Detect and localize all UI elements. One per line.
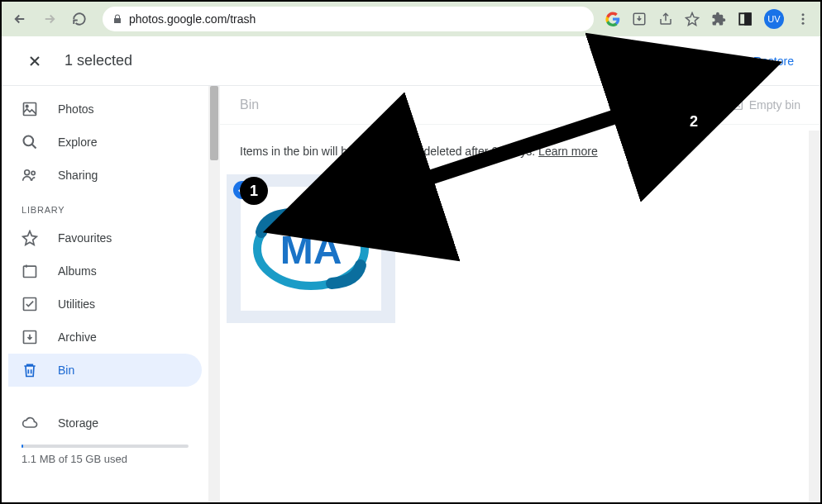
empty-bin-label: Empty bin — [749, 98, 800, 112]
share-icon[interactable] — [658, 12, 673, 26]
bin-header: Bin Empty bin — [220, 86, 820, 125]
utilities-icon — [22, 296, 38, 312]
page-title: Bin — [240, 97, 259, 112]
svg-text:MA: MA — [280, 228, 342, 272]
sidebar-item-label: Utilities — [58, 297, 95, 311]
chrome-actions: UV — [605, 9, 814, 29]
main-scrollbar[interactable] — [809, 131, 820, 502]
library-header: LIBRARY — [8, 192, 202, 221]
selected-check-icon[interactable] — [233, 181, 251, 199]
svg-point-10 — [31, 171, 35, 174]
sidebar-item-label: Albums — [58, 264, 97, 278]
main-content: Bin Empty bin Items in the bin will be p… — [220, 86, 820, 502]
sidebar-item-favourites[interactable]: Favourites — [8, 221, 202, 254]
browser-toolbar: photos.google.com/trash UV — [2, 2, 820, 36]
address-bar[interactable]: photos.google.com/trash — [103, 7, 594, 31]
kebab-icon[interactable] — [796, 12, 810, 26]
selection-toolbar: 1 selected Delete permanently Restore — [2, 36, 820, 86]
url-text: photos.google.com/trash — [129, 12, 584, 26]
selection-count: 1 selected — [65, 52, 132, 69]
back-button[interactable] — [8, 7, 31, 31]
sidebar-item-bin[interactable]: Bin — [8, 354, 202, 387]
svg-rect-11 — [24, 266, 36, 277]
lock-icon — [112, 14, 122, 24]
sidebar-item-label: Archive — [58, 330, 97, 344]
people-icon — [22, 167, 38, 183]
storage-usage: 1.1 MB of 15 GB used — [8, 451, 202, 467]
sidebar-item-sharing[interactable]: Sharing — [8, 159, 202, 192]
search-icon — [22, 134, 38, 150]
sidebar-item-photos[interactable]: Photos — [8, 93, 202, 126]
install-icon[interactable] — [632, 12, 647, 26]
reload-button[interactable] — [68, 7, 91, 31]
sidebar-item-label: Storage — [58, 416, 98, 430]
retention-notice: Items in the bin will be permanently del… — [220, 125, 820, 168]
restore-button[interactable]: Restore — [743, 48, 804, 74]
empty-bin-icon — [731, 98, 744, 112]
svg-rect-6 — [24, 103, 36, 116]
sidebar-item-label: Explore — [58, 136, 97, 149]
svg-point-3 — [802, 13, 805, 16]
sidebar-item-albums[interactable]: Albums — [8, 254, 202, 288]
sidebar-item-storage[interactable]: Storage — [8, 407, 202, 440]
cloud-icon — [22, 415, 38, 431]
svg-point-5 — [802, 22, 805, 25]
learn-more-link[interactable]: Learn more — [538, 145, 598, 158]
sidebar-item-explore[interactable]: Explore — [8, 126, 202, 159]
svg-point-8 — [24, 136, 34, 146]
svg-point-9 — [25, 170, 30, 175]
sidebar-item-label: Bin — [58, 364, 74, 377]
panel-icon[interactable] — [738, 12, 753, 26]
sidebar-item-archive[interactable]: Archive — [8, 321, 202, 354]
sidebar-item-label: Sharing — [58, 169, 98, 182]
storage-progress — [22, 445, 189, 448]
svg-rect-2 — [745, 13, 751, 25]
profile-avatar[interactable]: UV — [764, 9, 784, 29]
album-icon — [22, 263, 38, 279]
archive-icon — [22, 329, 38, 345]
extensions-icon[interactable] — [711, 12, 726, 26]
star-icon[interactable] — [685, 12, 700, 26]
star-icon — [22, 230, 38, 246]
thumbnail-image: MA — [241, 187, 381, 311]
delete-permanently-button[interactable]: Delete permanently — [624, 48, 743, 74]
close-selection-button[interactable] — [18, 45, 51, 78]
photo-grid: MA — [220, 168, 820, 323]
photos-icon — [22, 101, 38, 117]
sidebar-scrollbar[interactable] — [208, 86, 220, 502]
sidebar-item-label: Photos — [58, 102, 94, 116]
google-icon[interactable] — [605, 12, 620, 26]
trash-icon — [22, 362, 38, 378]
sidebar-item-label: Favourites — [58, 231, 112, 245]
svg-point-7 — [26, 105, 28, 107]
empty-bin-button[interactable]: Empty bin — [731, 98, 800, 112]
forward-button[interactable] — [38, 7, 61, 31]
sidebar: Photos Explore Sharing LIBRARY Favourite… — [2, 86, 208, 502]
sidebar-item-utilities[interactable]: Utilities — [8, 288, 202, 321]
svg-point-4 — [802, 18, 805, 21]
photo-thumbnail[interactable]: MA — [227, 174, 395, 323]
